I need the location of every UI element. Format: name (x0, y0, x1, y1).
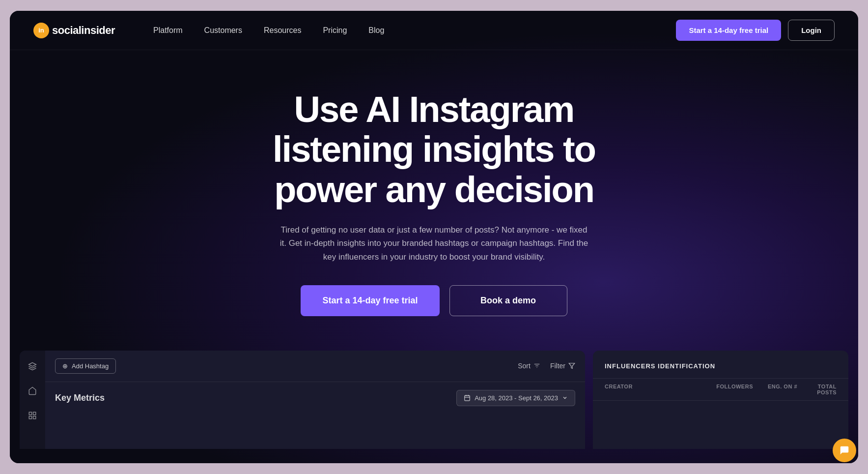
filter-button[interactable]: Filter (550, 362, 575, 370)
th-creator: CREATOR (605, 384, 704, 395)
filter-icon (568, 362, 575, 369)
preview-right-panel: INFLUENCERS IDENTIFICATION CREATOR FOLLO… (593, 351, 848, 449)
sort-icon (533, 362, 540, 369)
influencers-title: INFLUENCERS IDENTIFICATION (605, 362, 715, 370)
nav-links: Platform Customers Resources Pricing Blo… (144, 22, 676, 39)
key-metrics-label: Key Metrics (55, 393, 105, 403)
th-eng-on: ENG. ON # (753, 384, 797, 395)
nav-login-button[interactable]: Login (788, 20, 835, 41)
sort-button[interactable]: Sort (518, 362, 540, 370)
sort-filter-controls: Sort Filter (518, 362, 575, 370)
nav-link-platform[interactable]: Platform (144, 22, 192, 39)
svg-rect-4 (33, 416, 36, 418)
plus-circle-icon: ⊕ (62, 362, 68, 370)
svg-rect-2 (33, 412, 36, 415)
hero-actions: Start a 14-day free trial Book a demo (301, 285, 567, 316)
logo[interactable]: in socialinsider (33, 23, 115, 38)
hero-section: Use AI Instagram listening insights to p… (10, 50, 858, 346)
sidebar-icon-grid[interactable] (26, 409, 39, 422)
nav-link-customers[interactable]: Customers (196, 22, 251, 39)
th-followers: FOLLOWERS (704, 384, 753, 395)
hero-title: Use AI Instagram listening insights to p… (223, 89, 645, 209)
preview-left-panel: ⊕ Add Hashtag Sort Filter (20, 351, 585, 449)
th-total-posts: TOTAL POSTS (797, 384, 837, 395)
nav-link-pricing[interactable]: Pricing (314, 22, 356, 39)
nav-link-blog[interactable]: Blog (360, 22, 393, 39)
sidebar-icon-layers[interactable] (26, 359, 39, 373)
svg-marker-0 (29, 362, 36, 366)
sidebar-icon-home[interactable] (26, 384, 39, 398)
svg-rect-9 (465, 396, 470, 401)
add-hashtag-button[interactable]: ⊕ Add Hashtag (55, 358, 116, 374)
svg-rect-1 (29, 412, 31, 415)
navbar: in socialinsider Platform Customers Reso… (10, 11, 858, 50)
svg-marker-8 (569, 363, 575, 369)
nav-actions: Start a 14-day free trial Login (676, 20, 835, 41)
preview-sidebar (20, 351, 45, 449)
chat-icon (839, 445, 850, 456)
svg-rect-3 (29, 416, 31, 418)
hero-subtitle: Tired of getting no user data or just a … (277, 223, 591, 264)
chat-bubble-button[interactable] (833, 439, 856, 462)
logo-text: socialinsider (52, 24, 115, 37)
nav-trial-button[interactable]: Start a 14-day free trial (676, 20, 781, 41)
date-range-picker[interactable]: Aug 28, 2023 - Sept 26, 2023 (456, 390, 575, 406)
logo-icon: in (33, 23, 49, 38)
hero-trial-button[interactable]: Start a 14-day free trial (301, 285, 439, 316)
influencers-header: INFLUENCERS IDENTIFICATION (593, 351, 848, 379)
preview-content: Key Metrics Aug 28, 2023 - Sept 26, 2023 (45, 382, 585, 414)
preview-area: ⊕ Add Hashtag Sort Filter (10, 351, 858, 449)
chevron-down-icon (562, 395, 568, 401)
hero-demo-button[interactable]: Book a demo (449, 285, 567, 316)
preview-toolbar: ⊕ Add Hashtag Sort Filter (45, 351, 585, 382)
calendar-icon (464, 394, 471, 401)
preview-main: ⊕ Add Hashtag Sort Filter (45, 351, 585, 449)
nav-link-resources[interactable]: Resources (255, 22, 310, 39)
influencers-table-header: CREATOR FOLLOWERS ENG. ON # TOTAL POSTS (593, 379, 848, 401)
